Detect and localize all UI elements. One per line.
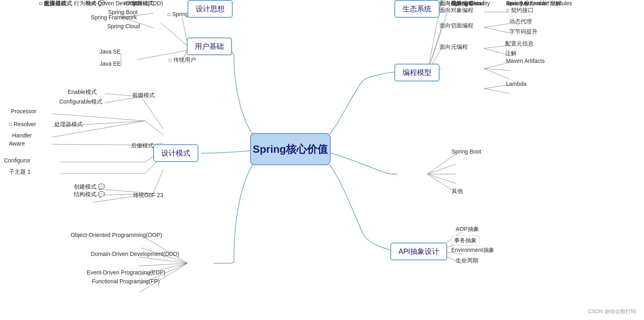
svg-line-47 [484, 89, 510, 94]
node-tdd: Test-Driven Developmnrt(TDD) [85, 0, 163, 6]
node-edp: Event-Driven Programing(EDP) [87, 269, 165, 276]
node-create-mode: 创建模式 💬 [74, 183, 105, 191]
node-processor-mode: 处理器模式 [54, 121, 83, 128]
svg-line-22 [153, 169, 163, 193]
node-bytecode: 字节码提升 [509, 28, 538, 35]
node-fp: Functional Programing(FP) [92, 278, 160, 285]
node-api-abstract: API抽象设计 [390, 243, 447, 260]
node-oop: Object-Oriented Programming(OOP) [71, 232, 162, 238]
center-node: Spring核心价值 [250, 133, 331, 165]
node-meta-programming: 面向元编程 [440, 44, 468, 51]
node-subtopic1: 子主题 1 [9, 168, 31, 176]
node-dynamic-proxy: 动态代理 [509, 18, 532, 25]
svg-line-9 [141, 97, 163, 129]
node-lambda: Lambda [506, 81, 527, 87]
node-configurable-mode: Configurable模式 [59, 98, 102, 106]
node-annotation: 注解 [505, 50, 517, 57]
node-processor: Processor [11, 108, 36, 114]
svg-line-51 [427, 174, 456, 183]
svg-line-40 [484, 27, 510, 33]
svg-line-49 [427, 164, 456, 174]
svg-line-0 [160, 23, 187, 45]
node-contract-interface: 契约接口 [506, 7, 534, 14]
node-aop-abstract: AOP抽象 [456, 226, 479, 233]
node-java-se: Java SE [100, 48, 121, 55]
node-spring-boot-left: Spring Boot [108, 9, 138, 15]
node-selector-mode: 选择器模式 [39, 0, 72, 7]
node-ddd: Domain-Driven Development(DDD) [91, 251, 179, 257]
node-aware: Aware [9, 140, 25, 147]
node-maven: Maven Artifacts [506, 58, 545, 64]
node-oop-right: 面向对象编程 [440, 7, 473, 14]
node-lifecycle: 生命周期 [456, 257, 478, 264]
svg-line-13 [52, 114, 145, 121]
node-configuror: Configuror [4, 157, 30, 164]
node-spring-data: Spring Data [452, 0, 481, 6]
svg-line-29 [139, 263, 188, 266]
node-traditional-user: 传统用户 [169, 56, 196, 64]
svg-line-45 [484, 69, 510, 79]
node-reactive: Reactive [506, 0, 528, 6]
node-user-basics: 用户基础 [187, 37, 232, 55]
node-suffix-mode: 后缀模式 [131, 142, 154, 150]
node-struct-mode: 结构模式 💬 [74, 191, 105, 198]
node-gof23: 传统GoF 23 [133, 192, 163, 199]
node-aop: 面向切面编程 [440, 22, 473, 29]
node-spring-cloud-left: Spring Cloud [107, 23, 140, 29]
node-ecosystem: 生态系统 [394, 0, 440, 18]
svg-line-33 [427, 12, 448, 72]
node-prefix-mode: 前缀模式 [132, 92, 155, 99]
node-env-abstract: Environment抽象 [451, 247, 494, 254]
node-others: 其他 [452, 188, 463, 195]
node-java-ee: Java EE [100, 60, 121, 67]
node-design-thought: 设计思想 [188, 0, 233, 18]
node-handler: Handler [12, 132, 32, 139]
node-spring-boot-eco: Spring Boot [452, 148, 481, 155]
node-tx-abstract: 事务抽象 [451, 236, 479, 245]
node-config-meta: 配置元信息 [505, 40, 534, 48]
node-programming-model: 编程模型 [394, 64, 440, 81]
svg-line-28 [139, 257, 188, 263]
svg-line-39 [484, 23, 510, 27]
svg-line-12 [145, 121, 163, 135]
watermark: CSDN @你会散打吗 [588, 308, 636, 315]
node-resolver: Resolver [9, 121, 36, 127]
node-enable-mode: Enable模式 [68, 89, 97, 96]
svg-line-44 [484, 69, 510, 71]
svg-line-4 [182, 17, 187, 40]
svg-line-48 [427, 154, 456, 174]
node-design-pattern: 设计模式 [153, 144, 198, 162]
